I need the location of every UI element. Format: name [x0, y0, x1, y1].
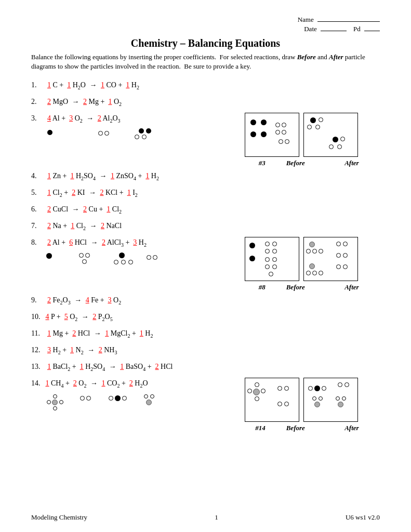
- al-particle: [146, 128, 151, 134]
- equation-7: 7. 2 Na + 1 Cl2 → 2 NaCl: [31, 220, 380, 235]
- eq8-particles: [46, 252, 245, 268]
- diagram-8-after: [303, 237, 358, 281]
- num14-label: #14: [245, 424, 266, 432]
- diagram-14-section: #14 Before After: [245, 378, 380, 432]
- equation-4: 4. 1 Zn + 1 H2SO4 → 1 ZnSO4 + 1 H2: [31, 170, 380, 185]
- footer: Modeling Chemistry 1 U6 ws1 v2.0: [0, 513, 411, 522]
- after-label-8: After: [324, 283, 380, 291]
- diagram-8-section: #8 Before After: [245, 237, 380, 291]
- instructions: Balance the following equations by inser…: [31, 52, 380, 71]
- name-row: Name: [31, 16, 380, 24]
- eq14-particles: [46, 393, 245, 412]
- page-title: Chemistry – Balancing Equations: [31, 37, 380, 49]
- footer-center: 1: [215, 513, 218, 522]
- footer-right: U6 ws1 v2.0: [346, 513, 380, 522]
- equation-10: 10. 4 P + 5 O2 → 2 P2O5: [31, 311, 380, 326]
- name-field[interactable]: [317, 21, 380, 22]
- o-particle: [98, 131, 103, 136]
- footer-left: Modeling Chemistry: [31, 513, 87, 522]
- equation-3: 3. 4 Al + 3 O2 → 2 Al2O3: [31, 113, 245, 127]
- after-label-14: After: [324, 424, 380, 432]
- eq3-particles: [46, 128, 245, 144]
- equation-6: 6. 2 CuCl → 2 Cu + 1 Cl2: [31, 204, 380, 218]
- equation-8: 8. 2 Al + 6 HCl → 2 AlCl3 + 3 H2: [31, 237, 245, 251]
- diagram-14-before: [245, 378, 299, 422]
- al-particle: [139, 128, 144, 134]
- pd-label: Pd: [353, 25, 361, 33]
- equation-5: 5. 1 Cl2 + 2 KI → 2 KCl + 1 I2: [31, 187, 380, 202]
- equation-14-block: 14. 1 CH4 + 2 O2 → 1 CO2 + 2 H2O: [31, 378, 245, 412]
- pd-field[interactable]: [364, 31, 380, 31]
- equation-1: 1. 1 C + 1 H2O → 1 CO + 1 H2: [31, 79, 380, 94]
- before-label-14: Before: [268, 424, 324, 432]
- equation-12: 12. 3 H2 + 1 N2 → 2 NH3: [31, 344, 380, 359]
- after-label-3: After: [324, 159, 380, 167]
- diagram-3-before: [245, 113, 299, 157]
- equation-11: 11. 1 Mg + 2 HCl → 1 MgCl2 + 1 H2: [31, 328, 380, 342]
- diagram-3-after: [303, 113, 358, 157]
- date-label: Date: [304, 25, 317, 33]
- o-particle: [104, 131, 109, 136]
- num3-label: #3: [245, 159, 266, 167]
- before-label-3: Before: [268, 159, 324, 167]
- al-particle: [47, 130, 52, 135]
- o-particle: [142, 135, 147, 139]
- equation-14: 14. 1 CH4 + 2 O2 → 1 CO2 + 2 H2O: [31, 378, 245, 392]
- before-label-8: Before: [268, 283, 324, 291]
- equation-8-block: 8. 2 Al + 6 HCl → 2 AlCl3 + 3 H2: [31, 237, 245, 268]
- diagram-8-before: [245, 237, 299, 281]
- name-label: Name: [298, 16, 314, 23]
- diagram-3-section: #3 Before After: [245, 113, 380, 167]
- equation-13: 13. 1 BaCl2 + 1 H2SO4 → 1 BaSO4 + 2 HCl: [31, 361, 380, 376]
- date-pd-row: Date Pd: [31, 25, 380, 33]
- equation-9: 9. 2 Fe2O3 → 4 Fe + 3 O2: [31, 295, 380, 309]
- date-field[interactable]: [321, 31, 347, 31]
- num8-label: #8: [245, 283, 266, 291]
- o-particle: [135, 135, 139, 139]
- diagram-14-after: [303, 378, 358, 422]
- equation-2: 2. 2 MgO → 2 Mg + 1 O2: [31, 96, 380, 111]
- equation-3-block: 3. 4 Al + 3 O2 → 2 Al2O3: [31, 113, 245, 144]
